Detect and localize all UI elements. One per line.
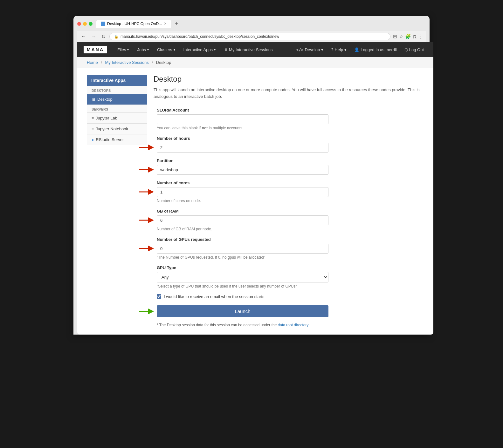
- caret-icon: ▾: [214, 48, 216, 51]
- sidebar-item-jupyter-lab[interactable]: ≡ Jupyter Lab: [87, 113, 147, 124]
- slurm-account-help: You can leave this blank if not in multi…: [157, 126, 424, 130]
- star-icon[interactable]: ☆: [399, 34, 403, 39]
- sidebar-header: Interactive Apps: [87, 75, 147, 86]
- slurm-account-group: SLURM Account You can leave this blank i…: [157, 108, 424, 130]
- breadcrumb-separator: /: [152, 60, 153, 65]
- nav-right: </> Develop ▾ ? Help ▾ 👤 Logged in as me…: [293, 42, 427, 57]
- logo[interactable]: MANA: [84, 46, 107, 53]
- nav-my-sessions[interactable]: 🖥 My Interactive Sessions: [220, 42, 276, 57]
- cores-group: Number of cores: [157, 180, 424, 203]
- monitor-icon: 🖥: [92, 97, 95, 102]
- ram-input[interactable]: [157, 215, 328, 225]
- sidebar-item-jupyter-notebook[interactable]: ≡ Jupyter Notebook: [87, 124, 147, 134]
- nav-interactive-apps[interactable]: Interactive Apps ▾: [180, 42, 220, 57]
- red-arrow-hours: [138, 144, 155, 151]
- code-icon: </>: [296, 47, 303, 52]
- ram-help: Number of GB of RAM per node.: [157, 227, 424, 231]
- lock-icon: 🔒: [114, 35, 119, 39]
- breadcrumb-current: Desktop: [156, 60, 171, 65]
- tab-title: Desktop - UH-HPC Open OnD...: [107, 22, 162, 26]
- tab-close-button[interactable]: ✕: [164, 22, 167, 26]
- breadcrumb-home[interactable]: Home: [87, 60, 98, 65]
- nav-develop[interactable]: </> Develop ▾: [293, 42, 327, 57]
- nav-jobs[interactable]: Jobs ▾: [133, 42, 152, 57]
- page-title: Desktop: [154, 75, 424, 84]
- gpu-type-help: "Select a type of GPU that should be use…: [157, 284, 424, 288]
- launch-button[interactable]: Launch: [157, 305, 328, 317]
- gpus-group: Number of GPUs requested: [157, 237, 424, 260]
- rstudio-icon: ●: [92, 138, 94, 142]
- gpus-input[interactable]: [157, 244, 328, 254]
- gpus-label: Number of GPUs requested: [157, 237, 424, 242]
- gpu-type-select[interactable]: Any: [157, 272, 328, 282]
- red-arrow-partition: [138, 166, 155, 173]
- main-content: Desktop This app will launch an interact…: [154, 75, 424, 328]
- sessions-icon: 🖥: [224, 47, 228, 52]
- minimize-button[interactable]: [83, 22, 87, 26]
- gpu-type-group: GPU Type Any "Select a type of GPU that …: [157, 265, 424, 288]
- url-text: mana.its.hawaii.edu/pun/sys/dashboard/ba…: [121, 34, 386, 39]
- red-arrow-ram: [138, 217, 155, 224]
- green-arrow-launch: [138, 308, 155, 315]
- logo-area: MANA: [84, 46, 107, 53]
- nav-clusters[interactable]: Clusters ▾: [153, 42, 179, 57]
- reload-button[interactable]: ↻: [100, 33, 107, 40]
- email-checkbox[interactable]: [157, 294, 161, 299]
- ram-group: GB of RAM: [157, 209, 424, 231]
- footer-note: * The Desktop session data for this sess…: [157, 322, 328, 328]
- maximize-button[interactable]: [89, 22, 93, 26]
- email-checkbox-label: I would like to receive an email when th…: [164, 294, 265, 299]
- nav-help[interactable]: ? Help ▾: [328, 42, 350, 57]
- nav-logout[interactable]: ⬡ Log Out: [401, 42, 427, 57]
- profile-icon[interactable]: R: [413, 34, 417, 39]
- sidebar-section-desktops: Desktops: [87, 86, 147, 94]
- ram-label: GB of RAM: [157, 209, 424, 214]
- slurm-account-input[interactable]: [157, 114, 328, 124]
- question-icon: ?: [331, 47, 333, 52]
- menu-icon[interactable]: ⋮: [418, 34, 423, 39]
- active-tab[interactable]: Desktop - UH-HPC Open OnD... ✕: [96, 20, 171, 28]
- partition-label: Partition: [157, 158, 424, 163]
- data-root-link[interactable]: data root directory: [278, 323, 308, 327]
- partition-input[interactable]: [157, 165, 328, 175]
- caret-icon: ▾: [321, 47, 323, 52]
- breadcrumb-separator: /: [101, 60, 102, 65]
- slurm-account-label: SLURM Account: [157, 108, 424, 112]
- bookmarks-icon[interactable]: ⊞: [393, 34, 397, 39]
- cores-label: Number of cores: [157, 180, 424, 185]
- new-tab-button[interactable]: +: [172, 19, 181, 28]
- tab-favicon: [101, 22, 105, 26]
- top-navigation: MANA Files ▾ Jobs ▾ Clusters ▾: [77, 42, 433, 57]
- sidebar-item-desktop[interactable]: 🖥 Desktop: [87, 94, 147, 105]
- nav-user[interactable]: 👤 Logged in as merrill: [351, 42, 400, 57]
- gpus-help: "The Number of GPUs requested. If 0, no …: [157, 255, 424, 260]
- nav-files[interactable]: Files ▾: [114, 42, 133, 57]
- sidebar: Interactive Apps Desktops 🖥 Desktop Serv…: [87, 75, 147, 328]
- caret-icon: ▾: [147, 48, 149, 51]
- hours-group: Number of hours: [157, 136, 424, 153]
- nav-items: Files ▾ Jobs ▾ Clusters ▾ Interactive Ap…: [114, 42, 293, 57]
- extensions-icon[interactable]: 🧩: [405, 34, 411, 39]
- user-icon: 👤: [354, 47, 359, 52]
- breadcrumb-sessions[interactable]: My Interactive Sessions: [105, 60, 149, 65]
- forward-button[interactable]: →: [90, 33, 98, 40]
- address-bar[interactable]: 🔒 mana.its.hawaii.edu/pun/sys/dashboard/…: [109, 33, 390, 40]
- partition-group: Partition: [157, 158, 424, 175]
- red-arrow-cores: [138, 188, 155, 195]
- hours-input[interactable]: [157, 143, 328, 153]
- caret-icon: ▾: [127, 48, 129, 51]
- cores-input[interactable]: [157, 187, 328, 197]
- page-description: This app will launch an interactive desk…: [154, 87, 424, 100]
- back-button[interactable]: ←: [80, 33, 87, 40]
- breadcrumb: Home / My Interactive Sessions / Desktop: [77, 57, 433, 68]
- caret-icon: ▾: [174, 48, 175, 51]
- red-arrow-gpus: [138, 245, 155, 252]
- cores-help: Number of cores on node.: [157, 199, 424, 203]
- list-icon: ≡: [92, 127, 94, 131]
- logout-icon: ⬡: [404, 47, 408, 52]
- close-button[interactable]: [77, 22, 81, 26]
- list-icon: ≡: [92, 116, 94, 120]
- gpu-type-label: GPU Type: [157, 265, 424, 270]
- caret-icon: ▾: [344, 47, 347, 52]
- hours-label: Number of hours: [157, 136, 424, 141]
